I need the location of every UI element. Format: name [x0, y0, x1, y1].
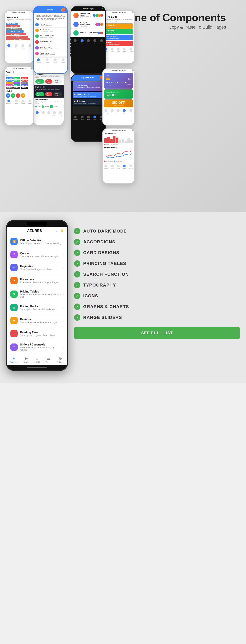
dark-caption: Dark Caption These captions can dark you… [72, 99, 104, 105]
phone-credit-card: ← Back to Components ⚙ Enabled 💳 ⬡⬡ 1234… [102, 68, 135, 126]
menu-pricing-packs[interactable]: ▤ Pricing Packs Subscription Packs or Pr… [7, 301, 67, 314]
menu-reviews[interactable]: ★ Reviews Share the awesome feedback you… [7, 314, 67, 327]
bar5 [116, 138, 118, 143]
features-list-section: ✓ AUTO DARK MODE ✓ ACCORDIONS ✓ CARD DES… [74, 220, 240, 339]
phone-screen: ← AZURES 🛡 💡 📶 Offline Detection Turn of… [7, 227, 67, 354]
menu-reading-time[interactable]: ⏱ Reading Time Showing the progress of e… [7, 327, 67, 340]
dark-error-btn[interactable]: ✗ Error [45, 92, 52, 96]
bar3 [110, 139, 112, 143]
btn-teal[interactable]: BUTTON [14, 84, 20, 86]
menu-preloaders[interactable]: ⟳ Preloaders Examples of Preloaders for … [7, 274, 67, 287]
btn-row-4: BUTTON BUTTON BUTTON [6, 84, 32, 86]
feature-all-show[interactable]: All Show on Scroll Display Items on Scro… [34, 34, 68, 39]
menu-sub-pagination: Move Between Pages with Ease [20, 268, 62, 270]
sizes-title: Different sizes [36, 99, 62, 101]
lightbulb-icon: 💡 [60, 229, 64, 232]
phone7-nav: Features Media Home Pages [4, 98, 34, 105]
phone8-header: ← Back to Pages ⚙ [72, 6, 105, 11]
feature-label-accordions: ACCORDIONS [83, 239, 115, 244]
features-desc: Components are the heart of our products… [34, 13, 68, 22]
light-mode-sub: Your text with some colors and different… [36, 76, 62, 78]
btn-purple[interactable]: BUTTON [14, 82, 20, 84]
btn-gray[interactable]: BUTTON [21, 82, 28, 84]
btn-orange[interactable]: BUTTON [6, 82, 13, 84]
avatar-icon [62, 8, 66, 12]
scroll-icon [35, 28, 39, 32]
back-arrow-icon[interactable]: ← [10, 229, 14, 233]
bar7 [122, 139, 124, 143]
menu-pagination[interactable]: ••• Pagination Move Between Pages with E… [7, 261, 67, 274]
error-btn[interactable]: ✗ Error [45, 80, 52, 84]
btn-row-1: BUTTON BUTTON BUTTON [6, 77, 32, 79]
phone11-header: ← Back to Components ⚙ [102, 68, 134, 72]
card-info-design: Design & Development Alexander BI. [80, 22, 96, 27]
btn-pink[interactable]: BUTTON [6, 84, 13, 86]
btn-red2[interactable]: BUTTON [21, 80, 28, 82]
menu-title-reviews: Reviews [20, 318, 62, 321]
dark-gray-btn[interactable]: ✓ All good [53, 92, 62, 96]
nav-settings[interactable]: ⚙ Settings [57, 356, 64, 363]
menu-sub-packs: Subscription Packs or Pricing Boxes [20, 308, 62, 310]
all-good-btn[interactable]: ✓ All good [36, 80, 44, 84]
feature-accordions[interactable]: Accordions Always Compelling Content [34, 51, 68, 56]
btn-indigo[interactable]: BUTTON [21, 84, 28, 86]
bar9 [128, 138, 130, 143]
features-nav-icon: ✦ [10, 356, 18, 361]
dark-all-good-btn[interactable]: ✓ All good [36, 92, 44, 96]
feature-accordions: ✓ ACCORDIONS [74, 239, 240, 245]
shield-icon: 🛡 [56, 229, 58, 232]
accordion-icon [35, 52, 39, 56]
circle-btn-3[interactable]: ♥ [16, 93, 20, 98]
feature-add-home[interactable]: Add To Home Add your App to the Homescre… [34, 45, 68, 51]
menu-sliders[interactable]: ⬡ Sliders / Carousels Powered by OwlCaro… [7, 340, 67, 354]
btn-red[interactable]: BUTTON [21, 77, 28, 79]
phone11-nav: Gallery Media Home Pages Settings [102, 108, 134, 114]
menu-quotes[interactable]: ❝ Quotes Share a great quote. We have th… [7, 248, 67, 261]
dark-mode-sub: Your text with some colors and different… [36, 88, 62, 91]
btn-darker[interactable]: BUTTON [14, 87, 20, 89]
phone-captions: ← Caption Boxes Find your Style! These c… [71, 74, 106, 142]
phone-sizes: ← Back to Components ⚙ + Different Sizes… [4, 10, 34, 64]
btn-row-circle: ☰ ★ ♥ ⚙ [6, 93, 32, 98]
bar2 [107, 137, 110, 143]
circle-btn-4[interactable]: ⚙ [21, 93, 25, 98]
card-support[interactable]: Support Staff Team Working with you in S… [72, 11, 105, 20]
card-design[interactable]: Design & Development Alexander BI. [72, 20, 105, 29]
nav-media[interactable]: ▶ Media [24, 356, 29, 363]
card-accounting[interactable]: Accounting and Billing Vincent Yi. [72, 29, 105, 38]
btn-green[interactable]: BUTTON [14, 77, 20, 79]
chevron-icon-offline: › [62, 240, 64, 243]
phone12-nav: Gallery Media Home Pages Settings [102, 164, 134, 170]
bar10 [130, 140, 133, 143]
nav-home[interactable]: ⌂ Home [34, 356, 40, 363]
wifi-icon: 📶 [12, 240, 16, 243]
avatars-group2 [96, 23, 103, 26]
avatar-accounting [74, 30, 78, 36]
all-good-gray-btn[interactable]: ✓ All good [53, 80, 62, 84]
light-btns: ✓ All good ✗ Error ✓ All good [36, 80, 62, 84]
feature-all-stores[interactable]: All Stores Links to All the Stores [34, 22, 68, 28]
feature-label-range-sliders: RANGE SLIDERS [83, 315, 122, 320]
menu-offline-detection[interactable]: 📶 Offline Detection Turn off your intern… [7, 235, 67, 248]
chevron-icon-sliders: › [62, 346, 64, 349]
btn-dark[interactable]: BUTTON [6, 87, 13, 89]
gift-value: $25.00 [106, 93, 131, 97]
btn-darkest[interactable]: BUTTON [21, 87, 28, 89]
btn-blue[interactable]: BUTTON [6, 77, 13, 79]
menu-title-packs: Pricing Packs [20, 305, 62, 308]
circle-btn-2[interactable]: ★ [11, 93, 15, 98]
see-full-list-button[interactable]: SEE FULL LIST [74, 327, 240, 339]
big-phone-header: ← AZURES 🛡 💡 [7, 227, 67, 235]
circle-btn-1[interactable]: ☰ [6, 93, 10, 98]
feature-ad-scroll[interactable]: Ad Scroll Over Overlay Ad's on a Scroll [34, 28, 68, 34]
menu-pricing-tables[interactable]: $ Pricing Tables You can use them in Car… [7, 287, 67, 301]
rounded-title: Rounded [4, 70, 34, 74]
btn-blue2[interactable]: BUTTON [6, 80, 13, 82]
phone-cards: ← Back to Pages ⚙ Support Staff Team Wor… [71, 6, 106, 74]
dark-caption-title: Dark Caption [74, 100, 102, 102]
feature-ads-timers[interactable]: Ads with Timers Timed Ads for your Site [34, 39, 68, 45]
btn-green2[interactable]: BUTTON [14, 80, 20, 82]
btn-row-3: BUTTON BUTTON BUTTON [6, 82, 32, 84]
nav-pages[interactable]: ☰ Pages [46, 356, 51, 363]
nav-features[interactable]: ✦ Features [10, 356, 18, 363]
